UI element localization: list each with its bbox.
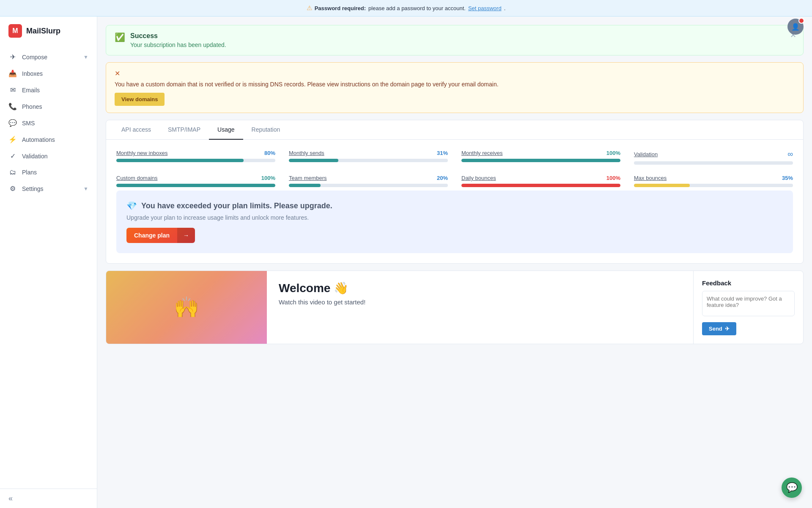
usage-pct-monthly-receives: 100% bbox=[606, 150, 620, 156]
usage-pct-team-members: 20% bbox=[437, 175, 448, 181]
change-plan-arrow-icon: → bbox=[177, 228, 195, 243]
sidebar-label-inboxes: Inboxes bbox=[22, 70, 43, 77]
user-avatar[interactable]: 👤 bbox=[787, 19, 804, 35]
sidebar-label-validation: Validation bbox=[22, 153, 47, 160]
upgrade-subtitle: Upgrade your plan to increase usage limi… bbox=[126, 214, 783, 221]
sidebar-label-settings: Settings bbox=[22, 185, 44, 192]
tab-smtp-imap[interactable]: SMTP/IMAP bbox=[159, 120, 209, 140]
sidebar-item-plans[interactable]: 🗂 Plans bbox=[0, 164, 97, 180]
banner-bold-text: Password required: bbox=[315, 5, 366, 11]
sidebar-nav: ✈ Compose ▼ 📥 Inboxes ✉ Emails 📞 Phones … bbox=[0, 45, 97, 489]
usage-custom-domains: Custom domains 100% bbox=[116, 175, 275, 187]
avatar-icon: 👤 bbox=[791, 23, 800, 31]
warning-close-button[interactable]: ✕ bbox=[115, 69, 795, 77]
feedback-title: Feedback bbox=[702, 279, 795, 287]
usage-monthly-receives: Monthly receives 100% bbox=[461, 150, 620, 165]
sidebar-label-plans: Plans bbox=[22, 169, 37, 176]
progress-fill-monthly-new-inboxes bbox=[116, 159, 244, 162]
success-check-icon: ✅ bbox=[115, 32, 125, 42]
progress-fill-custom-domains bbox=[116, 184, 275, 187]
app-name: MailSlurp bbox=[26, 27, 60, 36]
progress-fill-team-members bbox=[289, 184, 321, 187]
upgrade-title-text: You have exceeded your plan limits. Plea… bbox=[141, 202, 332, 210]
usage-label-monthly-receives[interactable]: Monthly receives bbox=[461, 150, 503, 156]
sidebar-item-settings[interactable]: ⚙ Settings ▼ bbox=[0, 180, 97, 197]
chat-icon: 💬 bbox=[786, 482, 798, 493]
welcome-title: Welcome 👋 bbox=[279, 281, 681, 295]
banner-message: please add a password to your account. bbox=[368, 5, 466, 11]
usage-grid: Monthly new inboxes 80% Monthly sends 31… bbox=[116, 150, 793, 187]
usage-label-daily-bounces[interactable]: Daily bounces bbox=[461, 175, 496, 181]
tabs-card: API access SMTP/IMAP Usage Reputation Mo… bbox=[106, 120, 804, 264]
change-plan-button[interactable]: Change plan → bbox=[126, 228, 195, 243]
infinity-icon: ∞ bbox=[787, 150, 793, 159]
upgrade-title: 💎 You have exceeded your plan limits. Pl… bbox=[126, 201, 783, 211]
view-domains-button[interactable]: View domains bbox=[115, 93, 165, 106]
progress-bg-max-bounces bbox=[634, 184, 793, 187]
banner-suffix: . bbox=[504, 5, 506, 11]
progress-bg-custom-domains bbox=[116, 184, 275, 187]
settings-chevron-icon: ▼ bbox=[83, 186, 88, 192]
sidebar-item-validation[interactable]: ✓ Validation bbox=[0, 148, 97, 164]
progress-bg-validation bbox=[634, 161, 793, 165]
progress-fill-monthly-receives bbox=[461, 159, 620, 162]
logo-mark: M bbox=[8, 24, 22, 38]
change-plan-label: Change plan bbox=[126, 228, 177, 243]
automations-icon: ⚡ bbox=[8, 135, 17, 144]
usage-pct-monthly-new-inboxes: 80% bbox=[264, 150, 275, 156]
progress-bg-monthly-receives bbox=[461, 159, 620, 162]
feedback-textarea[interactable] bbox=[702, 291, 795, 316]
sms-icon: 💬 bbox=[8, 119, 17, 127]
usage-monthly-sends: Monthly sends 31% bbox=[289, 150, 448, 165]
sidebar-label-emails: Emails bbox=[22, 87, 40, 94]
sidebar-item-compose[interactable]: ✈ Compose ▼ bbox=[0, 49, 97, 65]
sidebar-item-phones[interactable]: 📞 Phones bbox=[0, 98, 97, 115]
progress-fill-monthly-sends bbox=[289, 159, 338, 162]
usage-max-bounces: Max bounces 35% bbox=[634, 175, 793, 187]
send-icon: ✈ bbox=[725, 326, 730, 332]
usage-label-monthly-sends[interactable]: Monthly sends bbox=[289, 150, 324, 156]
sidebar-label-sms: SMS bbox=[22, 120, 35, 127]
emails-icon: ✉ bbox=[8, 86, 17, 94]
compose-icon: ✈ bbox=[8, 53, 17, 61]
welcome-subtitle: Watch this video to get started! bbox=[279, 298, 681, 306]
send-label: Send bbox=[709, 326, 722, 332]
validation-icon: ✓ bbox=[8, 152, 17, 160]
usage-pct-max-bounces: 35% bbox=[782, 175, 793, 181]
usage-label-team-members[interactable]: Team members bbox=[289, 175, 327, 181]
usage-team-members: Team members 20% bbox=[289, 175, 448, 187]
inboxes-icon: 📥 bbox=[8, 69, 17, 77]
sidebar-item-emails[interactable]: ✉ Emails bbox=[0, 82, 97, 98]
notification-badge bbox=[798, 18, 804, 24]
sidebar-item-inboxes[interactable]: 📥 Inboxes bbox=[0, 65, 97, 82]
sidebar-item-automations[interactable]: ⚡ Automations bbox=[0, 131, 97, 148]
usage-label-max-bounces[interactable]: Max bounces bbox=[634, 175, 667, 181]
set-password-link[interactable]: Set password bbox=[468, 5, 502, 11]
sidebar-item-sms[interactable]: 💬 SMS bbox=[0, 115, 97, 131]
tabs-content: Monthly new inboxes 80% Monthly sends 31… bbox=[106, 140, 803, 263]
progress-fill-daily-bounces bbox=[461, 184, 620, 187]
welcome-content: Welcome 👋 Watch this video to get starte… bbox=[267, 271, 693, 344]
usage-label-custom-domains[interactable]: Custom domains bbox=[116, 175, 158, 181]
welcome-card: 🙌 Welcome 👋 Watch this video to get star… bbox=[106, 271, 804, 344]
success-message: Your subscription has been updated. bbox=[130, 41, 226, 48]
send-feedback-button[interactable]: Send ✈ bbox=[702, 322, 736, 335]
progress-bg-team-members bbox=[289, 184, 448, 187]
sidebar-label-automations: Automations bbox=[22, 136, 55, 143]
progress-fill-max-bounces bbox=[634, 184, 690, 187]
welcome-thumbnail: 🙌 bbox=[106, 271, 267, 344]
tab-reputation[interactable]: Reputation bbox=[243, 120, 289, 140]
sidebar-collapse-button[interactable]: « bbox=[0, 489, 97, 508]
app-logo: M MailSlurp bbox=[0, 17, 97, 45]
usage-label-monthly-new-inboxes[interactable]: Monthly new inboxes bbox=[116, 150, 167, 156]
usage-label-validation[interactable]: Validation bbox=[634, 151, 658, 157]
progress-bg-monthly-sends bbox=[289, 159, 448, 162]
tab-api-access[interactable]: API access bbox=[113, 120, 159, 140]
tab-usage[interactable]: Usage bbox=[209, 120, 243, 140]
chat-widget-button[interactable]: 💬 bbox=[782, 478, 802, 498]
progress-bg-daily-bounces bbox=[461, 184, 620, 187]
usage-validation: Validation ∞ bbox=[634, 150, 793, 165]
main-content: ✅ Success Your subscription has been upd… bbox=[97, 17, 812, 508]
warning-text: You have a custom domain that is not ver… bbox=[115, 81, 795, 88]
sidebar-label-compose: Compose bbox=[22, 54, 47, 61]
